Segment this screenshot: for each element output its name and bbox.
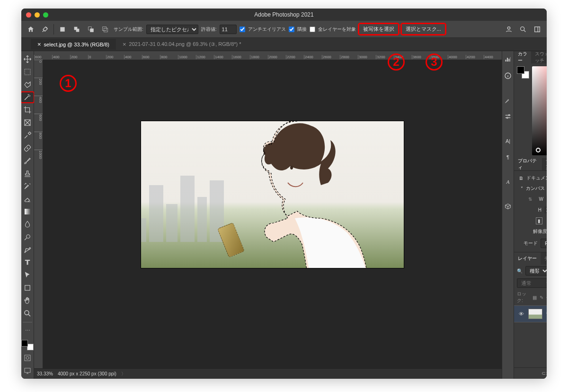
vertical-ruler[interactable]: 02004006008001000 [34, 60, 43, 379]
window-close[interactable] [26, 12, 31, 18]
svg-point-0 [46, 27, 47, 28]
move-tool[interactable] [21, 54, 34, 64]
adjustments-icon[interactable] [502, 111, 514, 122]
canvas-section[interactable]: カンバス [526, 185, 545, 192]
doc-info[interactable]: 4000 px x 2250 px (300 ppi) [58, 371, 116, 376]
zoom-tool[interactable] [21, 308, 34, 319]
path-selection-tool[interactable] [21, 270, 34, 280]
cloud-docs-icon[interactable] [503, 24, 515, 35]
histogram-icon[interactable] [502, 54, 514, 65]
subtract-selection-icon[interactable] [85, 24, 97, 35]
brushes-icon[interactable] [502, 95, 514, 106]
svg-point-24 [506, 117, 508, 118]
blur-tool[interactable] [21, 219, 34, 230]
crop-tool[interactable] [21, 105, 34, 115]
document-icon: 🗎 [519, 176, 524, 181]
hand-tool[interactable] [21, 295, 34, 306]
gradient-tool[interactable] [21, 206, 34, 217]
resolution-text: 解像度 : 300 pixel/inch [533, 228, 547, 235]
eyedropper-tool[interactable] [21, 130, 34, 141]
tab-layers[interactable]: レイヤー [514, 252, 541, 265]
screen-mode-tool[interactable] [21, 365, 34, 376]
quick-mask-tool[interactable] [21, 353, 34, 363]
magic-wand-tool[interactable] [21, 92, 34, 103]
status-bar: 33.33% 4000 px x 2250 px (300 ppi) 〉 [34, 368, 502, 379]
horizontal-ruler[interactable]: 6004002000200400600800100012001400160018… [34, 51, 502, 60]
svg-point-23 [508, 115, 510, 116]
svg-point-19 [26, 356, 29, 359]
svg-point-15 [27, 234, 30, 238]
select-and-mask-button[interactable]: 選択とマスク... [401, 24, 445, 35]
tool-preset-icon[interactable] [39, 24, 51, 35]
svg-point-9 [521, 27, 524, 30]
history-brush-tool[interactable] [21, 181, 34, 191]
tab-color[interactable]: カラー [514, 51, 531, 63]
tab-select-jpg[interactable]: ×select.jpg @ 33.3% (RGB/8) [31, 39, 116, 50]
select-subject-button[interactable]: 被写体を選択 [359, 24, 399, 35]
window-minimize[interactable] [35, 12, 40, 18]
lock-position-icon[interactable]: ✥ [546, 295, 547, 300]
color-swatch[interactable] [21, 340, 34, 350]
brush-tool[interactable] [21, 156, 34, 166]
link-layers-icon[interactable]: ⊂⊃ [541, 370, 547, 376]
libraries-icon[interactable] [502, 201, 514, 212]
close-icon[interactable]: × [37, 41, 41, 48]
lock-brush-icon[interactable]: ✎ [540, 295, 543, 300]
canvas-stage[interactable] [43, 60, 502, 368]
width-input[interactable]: 4000 px [546, 196, 547, 203]
close-icon[interactable]: × [123, 41, 126, 48]
layer-row[interactable]: 👁 背景 🔒 [514, 305, 547, 322]
color-field[interactable] [532, 66, 547, 155]
portrait-icon[interactable]: ▮ [536, 217, 542, 224]
lasso-tool[interactable] [21, 80, 34, 90]
dodge-tool[interactable] [21, 232, 34, 242]
edit-toolbar[interactable]: ⋯ [21, 326, 34, 336]
tab-properties[interactable]: プロパティ [514, 158, 542, 170]
antialias-checkbox[interactable] [240, 27, 245, 32]
document-tabs: ×select.jpg @ 33.3% (RGB/8) ×2021-07-31 … [21, 38, 547, 51]
blend-mode-select[interactable]: 通常 [517, 278, 547, 288]
layer-filter-select[interactable]: 種類 [525, 266, 547, 276]
tolerance-label: 許容値: [201, 26, 217, 33]
search-icon[interactable] [517, 24, 529, 35]
contiguous-checkbox[interactable] [289, 27, 294, 32]
tab-png[interactable]: ×2021-07-31 0.40.04.png @ 69.3% (③, RGB/… [116, 39, 248, 50]
tab-channels[interactable]: チャンネル [541, 252, 547, 265]
height-input[interactable]: 2250 px [544, 206, 547, 214]
antialias-label: アンチエイリアス [248, 26, 286, 33]
home-icon[interactable] [25, 24, 36, 35]
frame-tool[interactable] [21, 117, 34, 128]
shape-tool[interactable] [21, 283, 34, 293]
new-selection-icon[interactable] [57, 24, 68, 35]
window-zoom[interactable] [43, 12, 48, 18]
contiguous-label: 隣接 [297, 26, 307, 33]
visibility-icon[interactable]: 👁 [518, 311, 524, 317]
tolerance-input[interactable] [220, 25, 237, 34]
healing-tool[interactable] [21, 143, 34, 153]
layer-name[interactable]: 背景 [546, 311, 547, 318]
document-canvas[interactable] [141, 121, 404, 268]
marquee-tool[interactable] [21, 67, 34, 77]
sample-select[interactable]: 指定したピクセル [146, 25, 198, 34]
zoom-level[interactable]: 33.33% [37, 371, 53, 376]
layer-thumbnail[interactable] [528, 309, 542, 319]
add-selection-icon[interactable] [71, 24, 82, 35]
sample-label: サンプル範囲: [114, 26, 143, 33]
workspace-icon[interactable] [532, 24, 543, 35]
type-tool[interactable] [21, 258, 34, 268]
character-icon[interactable]: A| [502, 135, 514, 147]
fg-bg-swatch[interactable] [517, 66, 529, 79]
eraser-tool[interactable] [21, 194, 34, 204]
tools-panel: ⋯ [21, 51, 34, 379]
intersect-selection-icon[interactable] [99, 24, 111, 35]
paragraph-icon[interactable]: ¶ [502, 151, 514, 163]
all-layers-checkbox[interactable] [310, 27, 315, 32]
info-icon[interactable] [502, 70, 514, 81]
tab-adjustments[interactable]: 色調補正 [542, 158, 547, 170]
pen-tool[interactable] [21, 245, 34, 255]
tab-swatches[interactable]: スウォッチ [531, 51, 547, 63]
lock-pixels-icon[interactable]: ▦ [532, 295, 537, 300]
glyphs-icon[interactable]: A [502, 176, 514, 187]
mode-select[interactable]: RGB カラー [541, 239, 547, 248]
stamp-tool[interactable] [21, 169, 34, 179]
